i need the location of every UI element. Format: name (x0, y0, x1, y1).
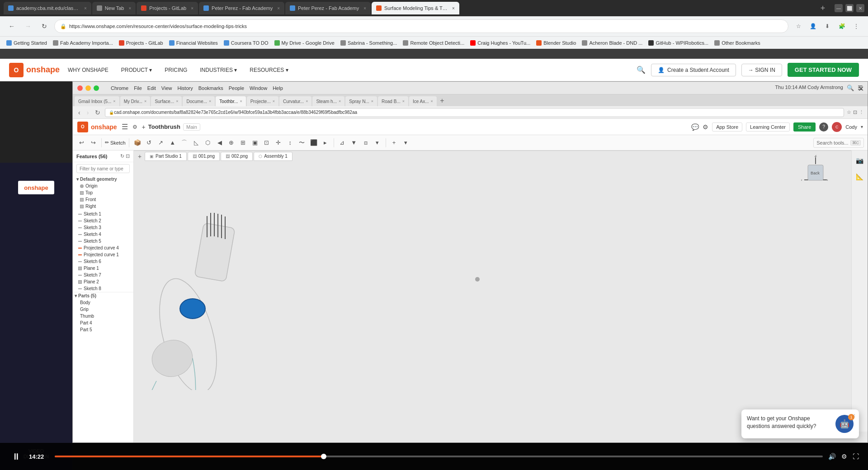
forward-button[interactable]: → (22, 20, 34, 33)
browser-tab-2[interactable]: Projects - GitLab× (137, 2, 198, 14)
bookmark-item-4[interactable]: Coursera TO DO (221, 39, 271, 47)
mac-menu-chrome[interactable]: Chrome (111, 85, 128, 91)
measure-icon[interactable]: ⊿ (337, 138, 347, 148)
bookmark-item-3[interactable]: Financial Websites (166, 39, 221, 47)
revolve-icon[interactable]: ↺ (144, 138, 154, 148)
add-tab-plus-icon[interactable]: + (136, 152, 144, 160)
user-avatar[interactable]: C (832, 122, 842, 132)
mac-tab-close-8[interactable]: × (371, 99, 373, 103)
nav-why-onshape[interactable]: WHY ONSHAPE (65, 65, 111, 75)
bookmark-item-1[interactable]: Fab Academy Importa... (50, 39, 116, 47)
expand-icon[interactable]: ▾ (401, 138, 411, 148)
mac-screen-icon[interactable]: ⊡ (853, 109, 857, 115)
hamburger-menu-icon[interactable]: ☰ (122, 122, 128, 131)
part-item-0[interactable]: Body (73, 299, 133, 306)
mac-tab-0[interactable]: Gmail Inbox (5...× (75, 96, 119, 106)
nav-industries[interactable]: INDUSTRIES ▾ (197, 65, 240, 75)
mac-new-tab-button[interactable]: + (438, 96, 447, 105)
tab-close-0[interactable]: × (84, 6, 87, 11)
nav-product[interactable]: PRODUCT ▾ (118, 65, 155, 75)
learning-center-button[interactable]: Learning Center (746, 122, 790, 132)
fillet-icon[interactable]: ⌒ (179, 138, 189, 148)
mac-window-close-icon[interactable]: ✕ (858, 85, 864, 93)
app-store-button[interactable]: App Store (712, 122, 742, 132)
mac-menu-view[interactable]: View (161, 85, 172, 91)
branch-label[interactable]: Main (183, 123, 200, 131)
volume-button[interactable]: 🔊 (828, 453, 836, 460)
transform-icon[interactable]: ↕ (285, 138, 295, 148)
feature-item-sketch8[interactable]: Sketch 8 (73, 285, 133, 292)
bookmark-item-0[interactable]: Getting Started (4, 39, 50, 47)
screenshot-tool-icon[interactable]: 📷 (854, 154, 866, 167)
draft-icon[interactable]: ◀ (215, 138, 225, 148)
feature-filter-icon[interactable]: ⊡ (126, 153, 130, 159)
plus-icon[interactable]: + (389, 138, 399, 148)
bookmark-item-7[interactable]: Remote Object Detecti... (400, 39, 467, 47)
browser-tab-5[interactable]: Surface Modeling Tips & Tricks PLAYING× (372, 2, 459, 14)
mac-search-icon[interactable]: 🔍 (847, 85, 854, 91)
bookmark-item-11[interactable]: GitHub - WPIRobotics... (646, 39, 711, 47)
extrude-icon[interactable]: 📦 (132, 138, 142, 148)
nav-pricing[interactable]: PRICING (162, 65, 190, 75)
bookmark-item-10[interactable]: Acheron Blade - DND ... (579, 39, 645, 47)
bookmark-item-12[interactable]: Other Bookmarks (712, 39, 763, 47)
curve-icon[interactable]: 〜 (297, 138, 307, 148)
measure-tool-icon[interactable]: 📐 (854, 170, 866, 183)
user-name[interactable]: Cody (845, 124, 857, 130)
mac-tab-4[interactable]: Toothbr...× (216, 96, 245, 106)
bookmark-item-6[interactable]: Sabrina - Something... (338, 39, 400, 47)
shell-icon[interactable]: ⬡ (203, 138, 213, 148)
view-options-icon[interactable]: ▼ (349, 138, 359, 148)
sketch-tool[interactable]: ✏ Sketch (105, 140, 126, 146)
video-settings-icon[interactable]: ⚙ (841, 453, 847, 460)
part-item-1[interactable]: Grip (73, 306, 133, 313)
tab-close-2[interactable]: × (191, 6, 193, 11)
feature-refresh-icon[interactable]: ↻ (120, 153, 124, 159)
back-button[interactable]: ← (5, 20, 18, 33)
browser-tab-0[interactable]: academy.cba.mit.edu/class...× (4, 2, 91, 14)
mac-menu-file[interactable]: File (134, 85, 142, 91)
mac-tab-6[interactable]: Curvatur...× (279, 96, 311, 106)
feature-item-sketch-1[interactable]: Sketch 1 (73, 211, 133, 217)
mac-tab-5[interactable]: Projecte...× (247, 96, 278, 106)
share-button[interactable]: Share (793, 122, 816, 132)
orientation-cube[interactable]: Z ‹ › Back (800, 155, 831, 187)
video-progress-thumb[interactable] (321, 454, 326, 459)
mac-url-input[interactable]: 🔒 cad.onshape.com/documents/baf8a82824e7… (105, 108, 844, 117)
part-item-4[interactable]: Part 5 (73, 326, 133, 333)
download-icon[interactable]: ⬇ (821, 20, 834, 33)
feature-item-origin[interactable]: Origin (75, 183, 132, 189)
surface-icon[interactable]: ⬛ (309, 138, 319, 148)
get-started-button[interactable]: GET STARTED NOW (788, 63, 859, 77)
settings-icon[interactable]: ⚙ (132, 124, 137, 130)
mac-tab-close-0[interactable]: × (113, 99, 115, 103)
pattern-icon[interactable]: ▣ (250, 138, 260, 148)
feature-item-right[interactable]: Right (75, 203, 132, 210)
refresh-button[interactable]: ↻ (38, 20, 51, 33)
mac-tab-8[interactable]: Spray N...× (345, 96, 377, 106)
feature-item-top[interactable]: Top (75, 189, 132, 196)
pause-button[interactable]: ⏸ (9, 449, 24, 464)
sign-in-button[interactable]: → SIGN IN (741, 64, 782, 76)
offset-icon[interactable]: ⊡ (262, 138, 272, 148)
mac-tab-close-3[interactable]: × (209, 99, 211, 103)
video-progress-bar[interactable] (55, 456, 823, 457)
mac-menu-edit[interactable]: Edit (147, 85, 156, 91)
feature-item-sketch7[interactable]: Sketch 7 (73, 272, 133, 278)
mirror-icon[interactable]: ⊞ (238, 138, 248, 148)
more-tools-icon[interactable]: ▸ (321, 138, 330, 148)
menu-icon[interactable]: ⋮ (850, 20, 863, 33)
mac-minimize-button[interactable] (85, 85, 91, 91)
user-dropdown-icon[interactable]: ▾ (861, 124, 863, 129)
sweep-icon[interactable]: ↗ (156, 138, 166, 148)
mac-tab-1[interactable]: My Driv...× (120, 96, 151, 106)
mac-tab-close-7[interactable]: × (339, 99, 341, 103)
mac-menu-help[interactable]: Help (273, 85, 283, 91)
tab-close-3[interactable]: × (277, 6, 280, 11)
tab-close-5[interactable]: × (452, 6, 455, 11)
search-icon[interactable]: 🔍 (637, 66, 646, 74)
feature-item-sketch-4[interactable]: Sketch 4 (73, 231, 133, 238)
feature-item-proj-curve-1[interactable]: Projected curve 1 (73, 251, 133, 258)
mac-menu-history[interactable]: History (177, 85, 193, 91)
close-window-icon[interactable]: ✕ (856, 4, 864, 12)
